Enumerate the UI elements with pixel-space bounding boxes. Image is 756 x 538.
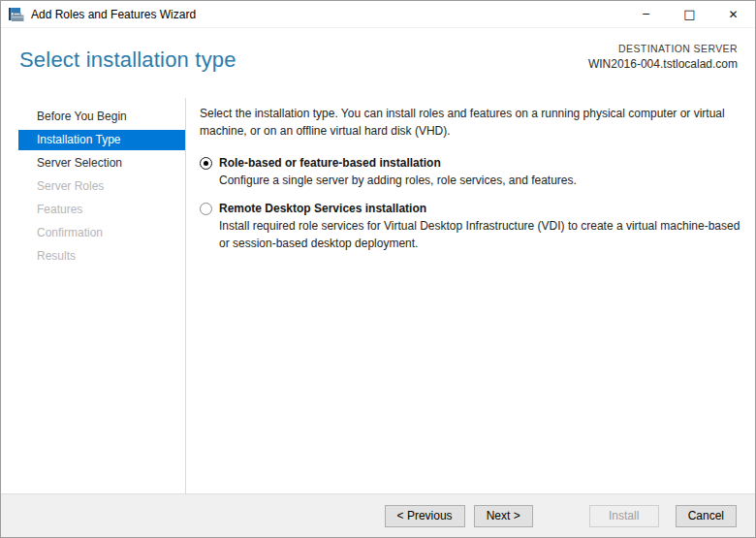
sidebar-item-server-selection[interactable]: Server Selection — [18, 151, 185, 174]
wizard-page-content: Select the installation type. You can in… — [186, 98, 755, 493]
option-role-based-label[interactable]: Role-based or feature-based installation — [219, 156, 441, 170]
option-remote-desktop: Remote Desktop Services installation Ins… — [200, 202, 755, 252]
sidebar-item-confirmation: Confirmation — [18, 221, 185, 244]
option-remote-desktop-head[interactable]: Remote Desktop Services installation — [200, 202, 755, 215]
cancel-button[interactable]: Cancel — [676, 505, 737, 527]
sidebar-item-before-you-begin[interactable]: Before You Begin — [18, 105, 185, 128]
sidebar-item-features: Features — [18, 198, 185, 221]
wizard-window: Add Roles and Features Wizard ─ □ ✕ Sele… — [0, 0, 756, 538]
sidebar-item-server-roles: Server Roles — [18, 174, 185, 198]
window-title: Add Roles and Features Wizard — [31, 8, 196, 21]
radio-remote-desktop-icon[interactable] — [200, 203, 212, 215]
server-manager-icon — [9, 7, 24, 22]
titlebar: Add Roles and Features Wizard ─ □ ✕ — [1, 1, 755, 28]
option-role-based: Role-based or feature-based installation… — [200, 156, 755, 189]
option-remote-desktop-description: Install required role services for Virtu… — [219, 217, 755, 252]
wizard-body: Before You Begin Installation Type Serve… — [1, 98, 755, 493]
option-role-based-description: Configure a single server by adding role… — [219, 172, 755, 189]
minimize-icon[interactable]: ─ — [624, 1, 668, 28]
sidebar-item-results: Results — [18, 244, 185, 268]
option-remote-desktop-label[interactable]: Remote Desktop Services installation — [219, 202, 426, 215]
sidebar-item-installation-type[interactable]: Installation Type — [18, 130, 185, 150]
next-button[interactable]: Next > — [474, 505, 533, 527]
previous-button[interactable]: < Previous — [385, 505, 465, 527]
option-role-based-head[interactable]: Role-based or feature-based installation — [200, 156, 755, 170]
destination-block: DESTINATION SERVER WIN2016-004.tstlocala… — [588, 43, 738, 71]
destination-server-label: DESTINATION SERVER — [588, 43, 738, 54]
install-button: Install — [589, 505, 659, 527]
page-title: Select installation type — [19, 47, 236, 73]
close-icon[interactable]: ✕ — [711, 1, 755, 28]
radio-role-based-icon[interactable] — [200, 157, 212, 170]
destination-server-name: WIN2016-004.tstlocalad.com — [588, 57, 738, 71]
wizard-header: Select installation type DESTINATION SER… — [1, 28, 755, 98]
page-intro-text: Select the installation type. You can in… — [200, 105, 748, 140]
wizard-footer: < Previous Next > Install Cancel — [1, 493, 755, 537]
wizard-steps-sidebar: Before You Begin Installation Type Serve… — [1, 98, 186, 493]
maximize-icon[interactable]: □ — [668, 1, 711, 28]
